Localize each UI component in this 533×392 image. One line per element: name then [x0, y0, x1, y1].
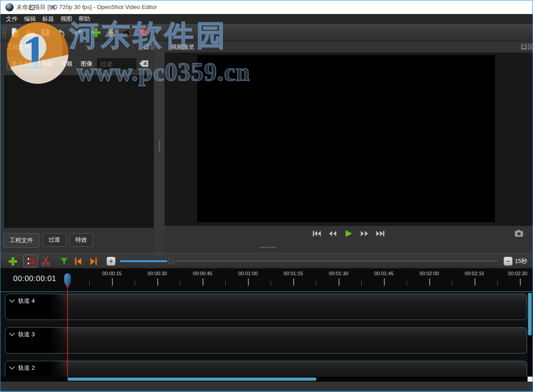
window-title: 未命名项目 [HD 720p 30 fps] - OpenShot Video … [16, 0, 157, 14]
ruler-tick [316, 281, 316, 286]
preview-panel-float-icon[interactable] [521, 44, 527, 49]
toolbar-drag-handle[interactable] [2, 27, 6, 38]
tab-transitions[interactable]: 过渡 [43, 233, 66, 247]
menu-view[interactable]: 视图 [60, 15, 72, 23]
filter-audio-button[interactable]: 音频 [61, 58, 73, 70]
panel-tab-bar: 工程文件 过渡 特效 [3, 233, 93, 248]
vertical-scrollbar-thumb[interactable] [528, 293, 532, 335]
fast-forward-button[interactable] [359, 229, 369, 238]
snapping-toggle-button[interactable] [23, 254, 38, 268]
fullscreen-icon [121, 28, 131, 38]
save-project-button[interactable] [39, 26, 52, 39]
choose-profile-button[interactable] [105, 26, 117, 39]
ruler-tick [339, 278, 339, 286]
import-files-button[interactable] [90, 26, 102, 39]
menu-edit[interactable]: 编辑 [24, 15, 36, 23]
openshot-window: 未命名项目 [HD 720p 30 fps] - OpenShot Video … [0, 0, 533, 392]
main-toolbar [0, 24, 533, 41]
playhead-line [67, 287, 68, 377]
ruler-tick [89, 281, 90, 286]
filter-video-button[interactable]: 视频 [41, 58, 53, 70]
track-3[interactable]: 轨道 3 [5, 327, 527, 354]
project-panel-title: 工程文件 [7, 41, 30, 53]
previous-marker-button[interactable] [73, 256, 83, 267]
filter-image-button[interactable]: 图像 [81, 58, 92, 70]
open-project-button[interactable] [24, 26, 37, 39]
track-4[interactable]: 轨道 4 [5, 294, 527, 320]
current-time-display: 00:00:00:01 [13, 274, 56, 283]
track-2[interactable]: 轨道 2 [5, 361, 527, 377]
razor-button[interactable] [40, 256, 51, 267]
menu-title[interactable]: 标题 [42, 15, 54, 23]
ruler-label: 00:00:30 [148, 271, 167, 276]
menu-file[interactable]: 文件 [6, 15, 18, 23]
timeline-tracks-area[interactable]: 轨道 4 轨道 3 轨道 2 [0, 292, 533, 377]
new-project-icon [10, 28, 20, 38]
snapshot-button[interactable] [514, 229, 523, 238]
save-project-icon [40, 28, 50, 38]
video-frame [197, 55, 495, 222]
timeline-zoom-slider[interactable] [120, 261, 498, 262]
timeline-vertical-scrollbar[interactable] [528, 292, 532, 377]
toolbar-separator [103, 256, 103, 266]
jump-to-end-button[interactable] [375, 229, 385, 238]
playhead-marker[interactable] [63, 272, 72, 292]
slider-fill [120, 260, 171, 262]
jump-to-start-icon [312, 230, 321, 237]
timeline-splitter-grip[interactable] [260, 246, 275, 249]
ruler-tick [157, 278, 158, 286]
zoom-out-button[interactable]: − [504, 257, 513, 266]
undo-button[interactable] [56, 26, 68, 39]
menu-bar: 文件 编辑 标题 视图 帮助 [0, 14, 533, 24]
status-bar [0, 382, 533, 392]
filter-input[interactable] [97, 58, 136, 69]
slider-handle[interactable] [168, 258, 174, 264]
preview-panel-close-icon[interactable] [528, 44, 533, 49]
next-marker-button[interactable] [88, 256, 99, 267]
redo-icon [73, 28, 82, 38]
add-marker-button[interactable] [58, 256, 69, 267]
track-name: 轨道 4 [18, 297, 35, 305]
play-button[interactable] [344, 229, 354, 238]
rewind-icon [329, 230, 337, 237]
add-track-button[interactable] [7, 256, 18, 267]
menu-help[interactable]: 帮助 [78, 15, 90, 23]
horizontal-scrollbar-thumb[interactable] [68, 378, 316, 381]
chevron-down-icon[interactable] [9, 330, 15, 336]
timeline-ruler[interactable]: 00:00:00:01 00:00:15 00:00:30 00:00:45 0… [0, 268, 533, 292]
chevron-down-icon[interactable] [9, 297, 15, 303]
close-icon [50, 5, 56, 10]
ruler-label: 00:02:15 [465, 271, 485, 276]
ruler-tick [293, 278, 294, 286]
fullscreen-button[interactable] [120, 26, 132, 39]
backspace-icon [139, 60, 149, 67]
ruler-label: 00:00:45 [193, 271, 213, 276]
export-video-button[interactable] [137, 26, 150, 39]
jump-to-start-button[interactable] [312, 229, 322, 238]
redo-button[interactable] [71, 26, 84, 39]
filter-show-all-button[interactable]: 显示全部 [7, 58, 39, 70]
ruler-tick [475, 278, 475, 286]
ruler-tick [520, 278, 521, 286]
undo-icon [57, 28, 67, 38]
timeline-horizontal-scrollbar[interactable] [0, 377, 528, 382]
zoom-in-button[interactable]: + [107, 257, 116, 266]
panel-splitter[interactable] [155, 41, 165, 253]
project-panel-float-icon[interactable] [144, 44, 149, 49]
razor-scissors-icon [41, 256, 51, 266]
project-files-list[interactable] [4, 75, 154, 228]
rewind-button[interactable] [328, 229, 338, 238]
ruler-label: 00:02:30 [508, 271, 528, 276]
new-project-button[interactable] [9, 26, 21, 39]
chevron-down-icon[interactable] [9, 364, 15, 370]
ruler-tick [497, 281, 498, 286]
tab-project-files[interactable]: 工程文件 [3, 233, 39, 248]
tab-effects[interactable]: 特效 [69, 233, 93, 247]
toolbar-separator [134, 27, 134, 38]
clear-filter-button[interactable] [139, 60, 149, 67]
ruler-label: 00:01:45 [374, 271, 394, 276]
open-project-icon [25, 28, 35, 38]
timeline-toolbar: + − 15秒 [0, 253, 533, 268]
ruler-tick [429, 278, 430, 286]
ruler-label: 00:01:30 [329, 271, 349, 276]
